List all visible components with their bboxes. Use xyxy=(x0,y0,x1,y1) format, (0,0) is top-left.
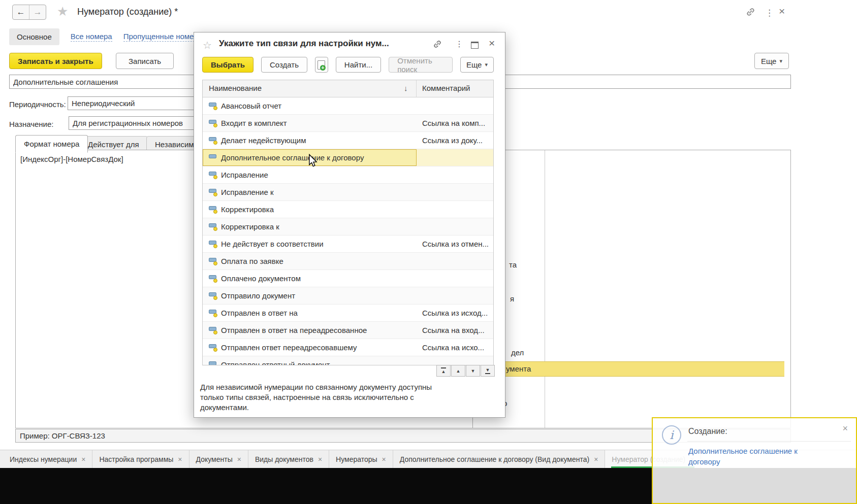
create-button[interactable]: Создать xyxy=(261,57,307,73)
column-divider[interactable] xyxy=(416,80,417,97)
column-comment-header[interactable]: Комментарий xyxy=(422,84,470,92)
dialog-close-icon[interactable]: × xyxy=(489,37,495,49)
table-row[interactable]: Делает недействующим Ссылка из доку... xyxy=(203,132,493,149)
tab-osnovnoe[interactable]: Основное xyxy=(9,28,59,45)
scroll-to-bottom-button[interactable]: ▼ xyxy=(481,365,495,377)
link-type-icon xyxy=(209,188,217,196)
table-row[interactable]: Оплата по заявке xyxy=(203,253,493,270)
column-name-header[interactable]: Наименование xyxy=(209,84,262,92)
table-row[interactable]: Корректировка к xyxy=(203,218,493,236)
row-name: Оплата по заявке xyxy=(221,257,283,265)
tab-close-icon[interactable]: × xyxy=(81,455,85,463)
row-comment: Ссылка на исхо... xyxy=(422,343,484,352)
window-tab-label: Виды документов xyxy=(255,455,313,463)
favorite-star-icon[interactable]: ★ xyxy=(57,4,68,19)
tab-propuschennye[interactable]: Пропущенные номера xyxy=(123,32,202,42)
notification-close-icon[interactable]: × xyxy=(842,423,848,434)
row-name: Авансовый отчет xyxy=(221,102,281,110)
link-type-icon xyxy=(209,223,217,230)
app-window: ← → ★ Нумератор (создание) * ⋮ × Основно… xyxy=(0,0,857,504)
tab-close-icon[interactable]: × xyxy=(178,455,182,463)
table-row[interactable]: Оплачено документом xyxy=(203,270,493,287)
mouse-cursor xyxy=(308,154,318,170)
table-header[interactable]: Наименование ↓ Комментарий xyxy=(203,80,493,97)
window-tab[interactable]: Индексы нумерации × xyxy=(0,450,92,468)
bg-fragment: умента xyxy=(506,364,531,373)
find-button[interactable]: Найти... xyxy=(336,57,381,73)
window-tab[interactable]: Документы × xyxy=(189,450,248,468)
select-button[interactable]: Выбрать xyxy=(202,57,253,73)
bg-fragment: дел xyxy=(511,348,524,357)
save-button[interactable]: Записать xyxy=(116,53,174,69)
scroll-up-button[interactable]: ▲ xyxy=(451,365,465,377)
triangle-down-icon: ▼ xyxy=(471,368,475,374)
tab-vse-nomera[interactable]: Все номера xyxy=(71,32,112,42)
dialog-get-link-icon[interactable] xyxy=(433,40,442,51)
window-tab-label: Дополнительное соглашение к договору (Ви… xyxy=(400,455,589,463)
tab-close-icon[interactable]: × xyxy=(318,455,322,463)
table-row[interactable]: Корректировка xyxy=(203,201,493,218)
chevron-down-icon: ▾ xyxy=(779,58,782,64)
dialog-more-menu-icon[interactable]: ⋮ xyxy=(455,39,463,49)
save-and-close-button[interactable]: Записать и закрыть xyxy=(9,53,102,69)
more-menu-icon[interactable]: ⋮ xyxy=(765,8,774,18)
triangle-up-icon: ▲ xyxy=(456,368,461,374)
get-link-icon[interactable] xyxy=(746,7,755,19)
table-row[interactable]: Отправлен ответный документ xyxy=(203,356,493,365)
table-row[interactable]: Исправление xyxy=(203,166,493,184)
table-row[interactable]: Входит в комплект Ссылка на комп... xyxy=(203,115,493,132)
link-type-dialog: ☆ Укажите тип связи для настройки нум...… xyxy=(194,32,505,418)
link-type-icon xyxy=(209,119,217,127)
sort-desc-icon: ↓ xyxy=(404,84,408,92)
table-row[interactable]: Отправлен в ответ на Ссылка из исход... xyxy=(203,305,493,322)
row-comment: Ссылка на вход... xyxy=(422,326,485,334)
row-name: Отправлен ответ переадресовавшему xyxy=(221,343,357,352)
link-type-icon xyxy=(209,292,217,299)
notification-link[interactable]: Дополнительное соглашение к договору xyxy=(688,446,798,467)
forward-button[interactable]: → xyxy=(29,5,46,19)
notification-separator xyxy=(687,441,851,442)
cancel-search-button: Отменить поиск xyxy=(389,57,453,73)
window-tab[interactable]: Дополнительное соглашение к договору (Ви… xyxy=(393,450,606,468)
dialog-favorite-icon[interactable]: ☆ xyxy=(203,39,212,51)
create-new-document-icon[interactable]: + xyxy=(315,57,328,73)
table-row[interactable]: Отправило документ xyxy=(203,287,493,305)
bar xyxy=(441,367,446,368)
link-type-icon xyxy=(209,275,217,282)
more-button-dialog[interactable]: Еще ▾ xyxy=(460,57,494,73)
bg-fragment: та xyxy=(509,260,517,269)
link-type-icon xyxy=(209,361,217,365)
background-right-pane: та я дел умента о xyxy=(473,150,791,428)
window-tab-label: Настройка программы xyxy=(99,455,173,463)
scroll-down-button[interactable]: ▼ xyxy=(466,365,480,377)
table-row[interactable]: Дополнительное соглашение к договору xyxy=(203,149,493,166)
periodicity-label: Периодичность: xyxy=(9,100,66,109)
row-name: Корректировка xyxy=(221,205,274,214)
row-name: Делает недействующим xyxy=(221,136,306,145)
table-row[interactable]: Не действует в соответствии Ссылка из от… xyxy=(203,236,493,253)
notification-title: Создание: xyxy=(688,427,727,436)
table-row[interactable]: Авансовый отчет xyxy=(203,97,493,115)
tab-close-icon[interactable]: × xyxy=(382,455,386,463)
row-name: Отправило документ xyxy=(221,291,295,300)
scroll-to-top-button[interactable]: ▲ xyxy=(436,365,451,377)
window-tab[interactable]: Настройка программы × xyxy=(92,450,189,468)
back-icon: ← xyxy=(17,7,25,17)
table-row[interactable]: Отправлен ответ переадресовавшему Ссылка… xyxy=(203,339,493,356)
back-button[interactable]: ← xyxy=(13,5,29,19)
tab-close-icon[interactable]: × xyxy=(594,455,598,463)
window-tab[interactable]: Виды документов × xyxy=(248,450,329,468)
link-type-icon xyxy=(209,344,217,351)
list-scroll-buttons: ▲ ▲ ▼ ▼ xyxy=(436,365,495,377)
link-type-icon xyxy=(209,257,217,265)
row-name: Не действует в соответствии xyxy=(221,240,324,248)
row-name: Исправление xyxy=(221,171,268,179)
tab-format-nomera[interactable]: Формат номера xyxy=(15,135,88,153)
dialog-maximize-icon[interactable] xyxy=(471,42,479,49)
tab-close-icon[interactable]: × xyxy=(237,455,241,463)
table-row[interactable]: Исправление к xyxy=(203,184,493,201)
window-tab[interactable]: Нумераторы × xyxy=(329,450,393,468)
table-row[interactable]: Отправлен в ответ на переадресованное Сс… xyxy=(203,322,493,339)
close-form-icon[interactable]: × xyxy=(779,5,785,17)
more-button-main[interactable]: Еще ▾ xyxy=(754,53,789,69)
